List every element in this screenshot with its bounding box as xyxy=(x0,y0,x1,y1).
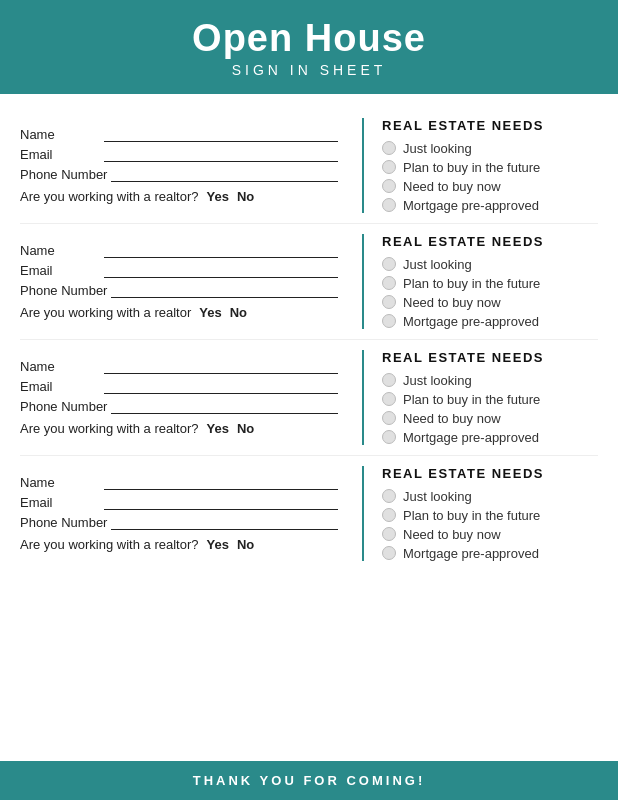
radio-circle-4-3[interactable] xyxy=(382,546,396,560)
option-row-3-1[interactable]: Plan to buy in the future xyxy=(382,392,598,407)
field-line-1-2[interactable] xyxy=(111,168,338,182)
entry-row-4: NameEmailPhone NumberAre you working wit… xyxy=(20,456,598,571)
field-row-1-2: Phone Number xyxy=(20,167,338,182)
field-line-2-0[interactable] xyxy=(104,244,338,258)
divider-3 xyxy=(362,350,364,445)
field-label-3-0: Name xyxy=(20,359,100,374)
realtor-label-3: Are you working with a realtor? xyxy=(20,421,198,436)
page-header: Open House SIGN IN SHEET xyxy=(0,0,618,94)
radio-circle-3-0[interactable] xyxy=(382,373,396,387)
field-line-2-2[interactable] xyxy=(111,284,338,298)
radio-circle-1-3[interactable] xyxy=(382,198,396,212)
field-row-2-0: Name xyxy=(20,243,338,258)
option-label-1-1: Plan to buy in the future xyxy=(403,160,540,175)
right-section-3: REAL ESTATE NEEDSJust lookingPlan to buy… xyxy=(378,350,598,445)
option-row-2-2[interactable]: Need to buy now xyxy=(382,295,598,310)
realtor-label-2: Are you working with a realtor xyxy=(20,305,191,320)
realtor-yes-2[interactable]: Yes xyxy=(199,305,221,320)
field-line-1-0[interactable] xyxy=(104,128,338,142)
radio-circle-1-0[interactable] xyxy=(382,141,396,155)
realtor-no-3[interactable]: No xyxy=(237,421,254,436)
option-row-4-2[interactable]: Need to buy now xyxy=(382,527,598,542)
field-line-4-1[interactable] xyxy=(104,496,338,510)
entry-row-1: NameEmailPhone NumberAre you working wit… xyxy=(20,108,598,224)
field-row-1-1: Email xyxy=(20,147,338,162)
radio-circle-3-2[interactable] xyxy=(382,411,396,425)
option-row-1-1[interactable]: Plan to buy in the future xyxy=(382,160,598,175)
option-row-1-0[interactable]: Just looking xyxy=(382,141,598,156)
option-row-3-2[interactable]: Need to buy now xyxy=(382,411,598,426)
option-label-1-0: Just looking xyxy=(403,141,472,156)
option-label-3-2: Need to buy now xyxy=(403,411,501,426)
field-line-1-1[interactable] xyxy=(104,148,338,162)
field-row-2-1: Email xyxy=(20,263,338,278)
realtor-no-4[interactable]: No xyxy=(237,537,254,552)
realtor-no-2[interactable]: No xyxy=(230,305,247,320)
field-label-4-2: Phone Number xyxy=(20,515,107,530)
option-label-3-3: Mortgage pre-approved xyxy=(403,430,539,445)
realtor-row-1: Are you working with a realtor?YesNo xyxy=(20,189,338,204)
option-row-4-1[interactable]: Plan to buy in the future xyxy=(382,508,598,523)
left-section-1: NameEmailPhone NumberAre you working wit… xyxy=(20,118,348,213)
option-row-2-3[interactable]: Mortgage pre-approved xyxy=(382,314,598,329)
radio-circle-1-1[interactable] xyxy=(382,160,396,174)
option-row-2-1[interactable]: Plan to buy in the future xyxy=(382,276,598,291)
radio-circle-2-0[interactable] xyxy=(382,257,396,271)
entry-row-2: NameEmailPhone NumberAre you working wit… xyxy=(20,224,598,340)
divider-4 xyxy=(362,466,364,561)
field-row-4-1: Email xyxy=(20,495,338,510)
divider-1 xyxy=(362,118,364,213)
field-line-3-1[interactable] xyxy=(104,380,338,394)
field-label-3-1: Email xyxy=(20,379,100,394)
left-section-2: NameEmailPhone NumberAre you working wit… xyxy=(20,234,348,329)
realtor-yes-3[interactable]: Yes xyxy=(206,421,228,436)
radio-circle-2-3[interactable] xyxy=(382,314,396,328)
field-label-2-2: Phone Number xyxy=(20,283,107,298)
realtor-row-2: Are you working with a realtorYesNo xyxy=(20,305,338,320)
field-label-1-1: Email xyxy=(20,147,100,162)
realtor-label-1: Are you working with a realtor? xyxy=(20,189,198,204)
radio-circle-4-2[interactable] xyxy=(382,527,396,541)
radio-circle-4-1[interactable] xyxy=(382,508,396,522)
right-section-2: REAL ESTATE NEEDSJust lookingPlan to buy… xyxy=(378,234,598,329)
field-row-4-0: Name xyxy=(20,475,338,490)
radio-circle-2-1[interactable] xyxy=(382,276,396,290)
field-row-2-2: Phone Number xyxy=(20,283,338,298)
field-row-3-1: Email xyxy=(20,379,338,394)
option-row-4-3[interactable]: Mortgage pre-approved xyxy=(382,546,598,561)
radio-circle-4-0[interactable] xyxy=(382,489,396,503)
radio-circle-2-2[interactable] xyxy=(382,295,396,309)
option-row-2-0[interactable]: Just looking xyxy=(382,257,598,272)
option-label-4-1: Plan to buy in the future xyxy=(403,508,540,523)
realtor-yes-1[interactable]: Yes xyxy=(206,189,228,204)
needs-title-2: REAL ESTATE NEEDS xyxy=(382,234,598,249)
option-row-3-3[interactable]: Mortgage pre-approved xyxy=(382,430,598,445)
radio-circle-1-2[interactable] xyxy=(382,179,396,193)
field-line-3-2[interactable] xyxy=(111,400,338,414)
option-label-4-2: Need to buy now xyxy=(403,527,501,542)
field-row-4-2: Phone Number xyxy=(20,515,338,530)
field-line-3-0[interactable] xyxy=(104,360,338,374)
radio-circle-3-3[interactable] xyxy=(382,430,396,444)
field-line-4-2[interactable] xyxy=(111,516,338,530)
right-section-4: REAL ESTATE NEEDSJust lookingPlan to buy… xyxy=(378,466,598,561)
field-line-4-0[interactable] xyxy=(104,476,338,490)
field-label-2-0: Name xyxy=(20,243,100,258)
option-row-1-2[interactable]: Need to buy now xyxy=(382,179,598,194)
left-section-4: NameEmailPhone NumberAre you working wit… xyxy=(20,466,348,561)
field-line-2-1[interactable] xyxy=(104,264,338,278)
radio-circle-3-1[interactable] xyxy=(382,392,396,406)
realtor-yes-4[interactable]: Yes xyxy=(206,537,228,552)
option-label-1-3: Mortgage pre-approved xyxy=(403,198,539,213)
option-row-3-0[interactable]: Just looking xyxy=(382,373,598,388)
needs-title-1: REAL ESTATE NEEDS xyxy=(382,118,598,133)
footer: THANK YOU FOR COMING! xyxy=(0,761,618,800)
option-label-3-0: Just looking xyxy=(403,373,472,388)
realtor-label-4: Are you working with a realtor? xyxy=(20,537,198,552)
option-row-1-3[interactable]: Mortgage pre-approved xyxy=(382,198,598,213)
realtor-row-4: Are you working with a realtor?YesNo xyxy=(20,537,338,552)
entry-row-3: NameEmailPhone NumberAre you working wit… xyxy=(20,340,598,456)
option-row-4-0[interactable]: Just looking xyxy=(382,489,598,504)
realtor-no-1[interactable]: No xyxy=(237,189,254,204)
field-row-1-0: Name xyxy=(20,127,338,142)
